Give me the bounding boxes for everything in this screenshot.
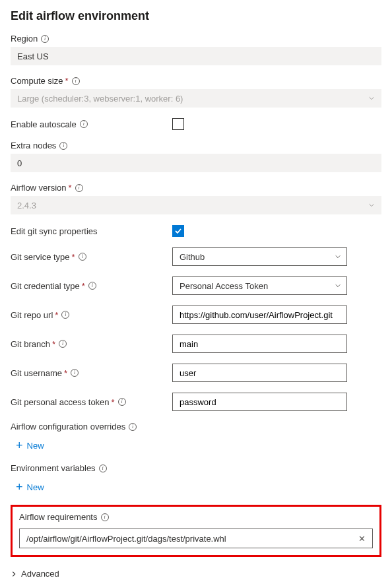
advanced-toggle[interactable]: Advanced xyxy=(11,567,381,578)
info-icon[interactable]: i xyxy=(59,340,67,348)
info-icon[interactable]: i xyxy=(101,513,109,521)
git-pat-input[interactable] xyxy=(172,393,347,411)
info-icon[interactable]: i xyxy=(59,142,67,150)
plus-icon: + xyxy=(16,439,23,451)
info-icon[interactable]: i xyxy=(129,423,137,431)
chevron-down-icon xyxy=(368,95,375,102)
new-button-label: New xyxy=(27,441,44,451)
info-icon[interactable]: i xyxy=(88,282,96,290)
compute-size-label: Compute size xyxy=(11,76,63,86)
info-icon[interactable]: i xyxy=(99,465,107,472)
git-service-type-select[interactable]: Github xyxy=(172,247,347,266)
git-credential-type-label: Git credential type xyxy=(11,281,80,291)
git-username-label: Git username xyxy=(11,368,62,378)
region-label: Region xyxy=(11,34,38,44)
add-env-var-button[interactable]: + New xyxy=(16,480,381,494)
advanced-label: Advanced xyxy=(21,569,59,578)
extra-nodes-label: Extra nodes xyxy=(11,141,56,150)
info-icon[interactable]: i xyxy=(79,253,86,261)
airflow-version-value: 2.4.3 xyxy=(17,201,36,210)
compute-size-dropdown: Large (scheduler:3, webserver:1, worker:… xyxy=(11,89,381,108)
airflow-requirements-section: Airflow requirements i /opt/airflow/git/… xyxy=(11,505,381,557)
git-credential-type-select[interactable]: Personal Access Token xyxy=(172,276,347,295)
git-pat-label: Git personal access token xyxy=(11,397,110,407)
checkmark-icon xyxy=(174,227,182,235)
git-repo-url-input[interactable] xyxy=(172,305,347,324)
enable-autoscale-label: Enable autoscale xyxy=(11,119,77,129)
required-indicator: * xyxy=(112,397,115,407)
compute-size-value: Large (scheduler:3, webserver:1, worker:… xyxy=(17,94,183,104)
env-vars-label: Environment variables xyxy=(11,463,96,473)
clear-icon[interactable]: ✕ xyxy=(358,534,366,544)
required-indicator: * xyxy=(52,339,55,349)
info-icon[interactable]: i xyxy=(75,184,83,192)
extra-nodes-input[interactable] xyxy=(11,154,381,172)
config-overrides-label: Airflow configuration overrides xyxy=(11,422,125,432)
plus-icon: + xyxy=(16,481,23,493)
required-indicator: * xyxy=(64,368,67,378)
required-indicator: * xyxy=(69,183,72,193)
info-icon[interactable]: i xyxy=(71,369,79,377)
git-service-type-value: Github xyxy=(180,252,205,262)
git-service-type-label: Git service type xyxy=(11,252,70,262)
git-credential-type-value: Personal Access Token xyxy=(180,281,268,291)
airflow-version-label: Airflow version xyxy=(11,183,67,193)
requirements-value: /opt/airflow/git/AirflowProject.git/dags… xyxy=(26,534,226,544)
edit-git-sync-label: Edit git sync properties xyxy=(11,226,98,236)
required-indicator: * xyxy=(65,76,68,86)
enable-autoscale-checkbox[interactable] xyxy=(172,118,184,130)
requirements-label: Airflow requirements xyxy=(19,512,98,522)
chevron-down-icon xyxy=(368,202,375,209)
add-config-override-button[interactable]: + New xyxy=(16,438,381,453)
git-branch-label: Git branch xyxy=(11,339,50,349)
info-icon[interactable]: i xyxy=(72,77,80,85)
airflow-version-dropdown: 2.4.3 xyxy=(11,196,381,214)
new-button-label: New xyxy=(27,482,44,492)
info-icon[interactable]: i xyxy=(118,398,126,406)
page-title: Edit airflow environment xyxy=(11,9,381,23)
git-repo-url-label: Git repo url xyxy=(11,310,53,320)
requirements-input[interactable]: /opt/airflow/git/AirflowProject.git/dags… xyxy=(19,529,373,548)
info-icon[interactable]: i xyxy=(80,120,88,128)
required-indicator: * xyxy=(82,281,85,291)
info-icon[interactable]: i xyxy=(61,311,69,319)
required-indicator: * xyxy=(55,310,58,320)
region-input[interactable] xyxy=(11,47,381,65)
chevron-right-icon xyxy=(11,571,17,577)
chevron-down-icon xyxy=(335,282,341,289)
info-icon[interactable]: i xyxy=(41,35,49,43)
git-username-input[interactable] xyxy=(172,364,347,382)
required-indicator: * xyxy=(72,252,75,262)
edit-git-sync-checkbox[interactable] xyxy=(172,225,184,237)
git-branch-input[interactable] xyxy=(172,335,347,353)
chevron-down-icon xyxy=(335,253,341,260)
